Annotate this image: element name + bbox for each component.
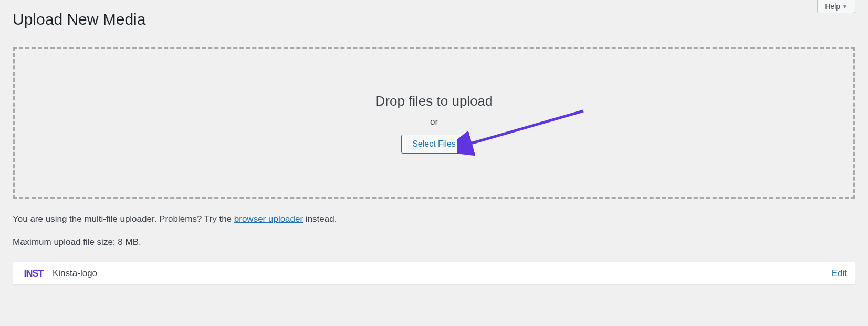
media-thumbnail: INST xyxy=(21,268,46,279)
media-item-left: INST Kinsta-logo xyxy=(21,268,97,279)
help-label: Help xyxy=(825,2,840,11)
uploader-info-text: You are using the multi-file uploader. P… xyxy=(13,214,855,225)
triangle-down-icon: ▼ xyxy=(842,4,848,9)
help-button[interactable]: Help ▼ xyxy=(817,0,855,13)
max-upload-size-text: Maximum upload file size: 8 MB. xyxy=(13,237,855,248)
dropzone-title: Drop files to upload xyxy=(375,93,493,109)
browser-uploader-link[interactable]: browser uploader xyxy=(234,214,303,224)
svg-line-1 xyxy=(467,111,583,145)
media-item-row: INST Kinsta-logo Edit xyxy=(13,262,855,284)
media-filename: Kinsta-logo xyxy=(53,268,97,279)
uploader-info-prefix: You are using the multi-file uploader. P… xyxy=(13,214,234,224)
arrow-annotation-icon xyxy=(457,107,594,165)
dropzone-or-text: or xyxy=(430,117,438,127)
select-files-button[interactable]: Select Files xyxy=(401,135,467,154)
edit-media-link[interactable]: Edit xyxy=(832,268,847,279)
page-title: Upload New Media xyxy=(13,0,855,36)
upload-dropzone[interactable]: Drop files to upload or Select Files xyxy=(13,47,855,199)
uploader-info-suffix: instead. xyxy=(303,214,337,224)
media-thumb-text: INST xyxy=(24,268,43,279)
